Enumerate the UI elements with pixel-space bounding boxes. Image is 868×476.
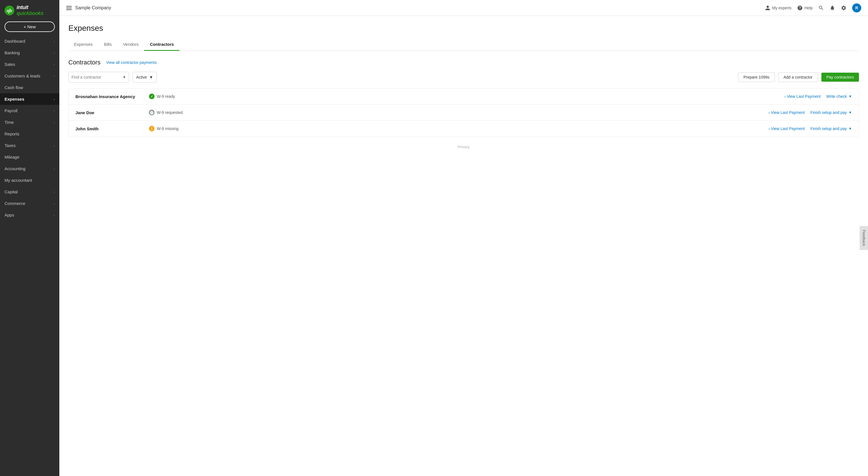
sidebar-item-taxes[interactable]: Taxes› <box>0 140 59 151</box>
w9-ready-icon: ✓ <box>149 94 155 99</box>
view-last-payment-link[interactable]: › View Last Payment <box>769 126 805 131</box>
menu-toggle[interactable] <box>66 5 72 11</box>
action-dropdown-chevron: ▼ <box>848 127 852 130</box>
sidebar-item-label: Customers & leads <box>4 73 40 78</box>
main-area: Sample Company My experts Help R E <box>59 0 868 476</box>
tab-bills[interactable]: Bills <box>98 38 118 51</box>
search-icon <box>818 5 824 11</box>
sidebar-item-reports[interactable]: Reports <box>0 128 59 140</box>
sidebar-item-banking[interactable]: Banking› <box>0 47 59 59</box>
sidebar-item-label: Expenses <box>4 97 24 101</box>
quickbooks-logo[interactable]: qb intuit quickbooks <box>4 4 55 17</box>
sidebar-item-accounting[interactable]: Accounting› <box>0 163 59 174</box>
help-button[interactable]: Help <box>797 5 813 11</box>
sidebar-item-label: Time <box>4 120 14 125</box>
sidebar-item-chevron: › <box>54 51 55 55</box>
sidebar-item-chevron: › <box>54 144 55 147</box>
tab-vendors[interactable]: Vendors <box>117 38 144 51</box>
status-dropdown[interactable]: Active ▼ <box>132 72 157 83</box>
sidebar-item-label: Accounting <box>4 166 25 171</box>
contractor-table: Brosnahan Insurance Agency ✓ W-9 ready ›… <box>68 88 859 137</box>
my-experts-button[interactable]: My experts <box>765 5 792 11</box>
w9-status-text: W-9 missing <box>157 126 179 131</box>
search-button[interactable] <box>818 5 824 11</box>
sidebar-item-expenses[interactable]: Expenses› <box>0 93 59 105</box>
svg-rect-2 <box>66 6 72 7</box>
sidebar-item-chevron: › <box>54 39 55 43</box>
sidebar-item-my-accountant[interactable]: My accountant <box>0 174 59 186</box>
page-title: Expenses <box>68 24 859 33</box>
search-container: ▼ <box>68 72 129 83</box>
sidebar-item-sales[interactable]: Sales› <box>0 59 59 70</box>
action-dropdown-chevron: ▼ <box>848 111 852 115</box>
toolbar: ▼ Active ▼ Prepare 1099s Add a contracto… <box>68 72 859 83</box>
view-last-payment-link[interactable]: › View Last Payment <box>784 94 820 99</box>
sidebar-nav: Dashboard›Banking›Sales›Customers & lead… <box>0 35 59 476</box>
tab-expenses[interactable]: Expenses <box>68 38 98 51</box>
sidebar-item-commerce[interactable]: Commerce› <box>0 198 59 209</box>
prepare-1099s-button[interactable]: Prepare 1099s <box>738 72 775 82</box>
sidebar-item-label: Capital <box>4 189 18 194</box>
section-header: Contractors View all contractor payments <box>68 59 859 66</box>
search-input[interactable] <box>71 75 121 80</box>
sidebar-item-time[interactable]: Time› <box>0 116 59 128</box>
sidebar-item-label: Cash flow <box>4 85 23 90</box>
hamburger-icon <box>66 5 72 11</box>
company-name: Sample Company <box>75 5 111 10</box>
new-button[interactable]: + New <box>4 22 55 32</box>
view-last-payment-link[interactable]: › View Last Payment <box>769 110 805 115</box>
sidebar-item-label: Apps <box>4 213 14 217</box>
add-contractor-button[interactable]: Add a contractor <box>778 72 818 82</box>
user-avatar[interactable]: R <box>852 3 861 12</box>
sidebar-item-customers--leads[interactable]: Customers & leads› <box>0 70 59 82</box>
privacy-text: Privacy <box>68 145 859 155</box>
content-area: Expenses ExpensesBillsVendorsContractors… <box>59 16 868 476</box>
sidebar-item-chevron: › <box>54 109 55 113</box>
gear-icon <box>841 5 846 11</box>
contractor-name: Brosnahan Insurance Agency <box>75 94 149 99</box>
svg-text:qb: qb <box>7 8 12 13</box>
sidebar-item-chevron: › <box>54 202 55 205</box>
sidebar-item-cash-flow[interactable]: Cash flow <box>0 82 59 93</box>
sidebar-item-mileage[interactable]: Mileage <box>0 151 59 163</box>
w9-requested-icon: 🕐 <box>149 110 155 115</box>
topbar-right: My experts Help R <box>765 3 861 12</box>
help-label: Help <box>804 6 813 10</box>
qb-logo-icon: qb <box>4 5 14 16</box>
contractor-actions: › View Last Payment Finish setup and pay… <box>769 126 852 131</box>
sidebar-item-chevron: › <box>54 97 55 101</box>
contractor-action-dropdown[interactable]: Write check ▼ <box>826 94 852 99</box>
contractor-name: Jane Doe <box>75 110 149 115</box>
sidebar-item-chevron: › <box>54 167 55 171</box>
pay-contractors-button[interactable]: Pay contractors <box>822 72 859 82</box>
sidebar-item-chevron: › <box>54 63 55 66</box>
feedback-tab[interactable]: Feedback <box>860 226 868 250</box>
my-experts-label: My experts <box>772 6 792 10</box>
topbar-left: Sample Company <box>66 5 111 11</box>
sidebar-item-label: Banking <box>4 50 20 55</box>
view-all-payments-link[interactable]: View all contractor payments <box>106 60 157 65</box>
sidebar-item-dashboard[interactable]: Dashboard› <box>0 35 59 47</box>
sidebar: qb intuit quickbooks + New Dashboard›Ban… <box>0 0 59 476</box>
notifications-button[interactable] <box>830 5 835 11</box>
sidebar-item-chevron: › <box>54 213 55 217</box>
action-label: Finish setup and pay <box>810 126 847 131</box>
settings-button[interactable] <box>841 5 846 11</box>
search-dropdown-arrow[interactable]: ▼ <box>123 75 126 79</box>
sidebar-item-apps[interactable]: Apps› <box>0 209 59 221</box>
sidebar-item-payroll[interactable]: Payroll› <box>0 105 59 116</box>
table-row: Jane Doe 🕐 W-9 requested › View Last Pay… <box>69 105 859 121</box>
sidebar-item-capital[interactable]: Capital› <box>0 186 59 198</box>
sidebar-item-chevron: › <box>54 121 55 124</box>
tab-contractors[interactable]: Contractors <box>144 38 179 51</box>
status-chevron-icon: ▼ <box>149 75 153 80</box>
contractor-actions: › View Last Payment Finish setup and pay… <box>769 110 852 115</box>
action-label: Finish setup and pay <box>810 110 847 115</box>
contractor-action-dropdown[interactable]: Finish setup and pay ▼ <box>810 110 852 115</box>
contractor-action-dropdown[interactable]: Finish setup and pay ▼ <box>810 126 852 131</box>
sidebar-item-label: Commerce <box>4 201 25 206</box>
w9-missing-icon: ! <box>149 126 155 131</box>
topbar: Sample Company My experts Help R <box>59 0 868 16</box>
sidebar-item-label: My accountant <box>4 178 32 183</box>
w9-status: ! W-9 missing <box>149 126 769 131</box>
